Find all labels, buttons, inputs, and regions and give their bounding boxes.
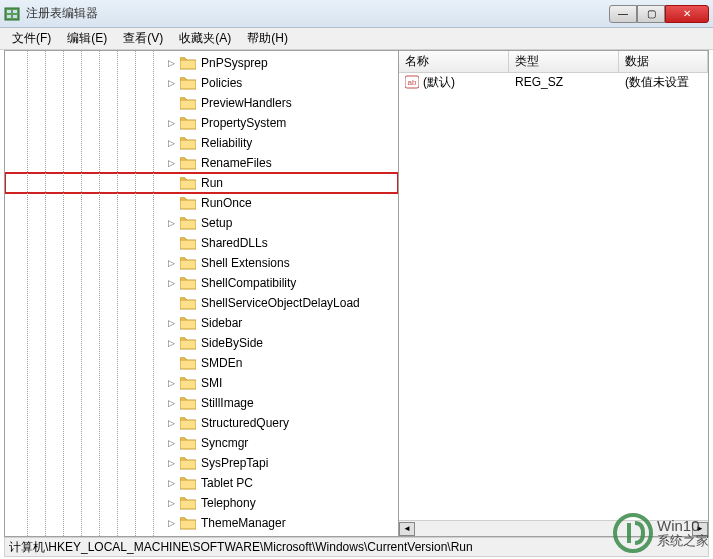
- folder-icon: [180, 296, 196, 310]
- svg-rect-2: [13, 10, 17, 13]
- expander-icon[interactable]: ▷: [165, 57, 177, 69]
- tree-item[interactable]: ▷StructuredQuery: [5, 413, 398, 433]
- folder-icon: [180, 496, 196, 510]
- tree-item[interactable]: Run: [5, 173, 398, 193]
- tree-item-label: StillImage: [199, 396, 256, 410]
- tree-item[interactable]: ▷Policies: [5, 73, 398, 93]
- tree-item[interactable]: PreviewHandlers: [5, 93, 398, 113]
- tree-item[interactable]: ▷Shell Extensions: [5, 253, 398, 273]
- expander-icon[interactable]: ▷: [165, 117, 177, 129]
- tree-item[interactable]: ShellServiceObjectDelayLoad: [5, 293, 398, 313]
- folder-icon: [180, 176, 196, 190]
- expander-icon[interactable]: ▷: [165, 397, 177, 409]
- expander-icon[interactable]: ▷: [165, 317, 177, 329]
- tree-item[interactable]: ▷PnPSysprep: [5, 53, 398, 73]
- expander-icon[interactable]: ▷: [165, 437, 177, 449]
- tree-pane[interactable]: ▷PnPSysprep▷PoliciesPreviewHandlers▷Prop…: [5, 51, 399, 536]
- tree-item-label: PnPSysprep: [199, 56, 270, 70]
- tree-item[interactable]: ▷SMI: [5, 373, 398, 393]
- menu-view[interactable]: 查看(V): [115, 28, 171, 49]
- tree-item[interactable]: ▷StillImage: [5, 393, 398, 413]
- tree-item[interactable]: ▷Setup: [5, 213, 398, 233]
- horizontal-scrollbar[interactable]: ◄ ►: [399, 520, 708, 536]
- folder-icon: [180, 376, 196, 390]
- folder-icon: [180, 316, 196, 330]
- tree-item[interactable]: ▷Reliability: [5, 133, 398, 153]
- tree-item-label: SMDEn: [199, 356, 244, 370]
- svg-rect-1: [7, 10, 11, 13]
- tree-item[interactable]: ▷SysPrepTapi: [5, 453, 398, 473]
- folder-icon: [180, 396, 196, 410]
- expander-icon[interactable]: ▷: [165, 377, 177, 389]
- expander-icon[interactable]: ▷: [165, 137, 177, 149]
- svg-text:ab: ab: [408, 78, 417, 87]
- expander-icon[interactable]: ▷: [165, 217, 177, 229]
- close-button[interactable]: ✕: [665, 5, 709, 23]
- folder-icon: [180, 336, 196, 350]
- value-list[interactable]: ab(默认)REG_SZ(数值未设置: [399, 73, 708, 520]
- menu-favorites[interactable]: 收藏夹(A): [171, 28, 239, 49]
- tree-item[interactable]: ▷RenameFiles: [5, 153, 398, 173]
- tree-item-label: ShellCompatibility: [199, 276, 298, 290]
- tree-item[interactable]: ▷Syncmgr: [5, 433, 398, 453]
- tree-item[interactable]: ▷Tablet PC: [5, 473, 398, 493]
- menu-help[interactable]: 帮助(H): [239, 28, 296, 49]
- minimize-button[interactable]: —: [609, 5, 637, 23]
- expander-icon[interactable]: ▷: [165, 277, 177, 289]
- column-data[interactable]: 数据: [619, 51, 708, 72]
- tree-item-label: Setup: [199, 216, 234, 230]
- list-header: 名称 类型 数据: [399, 51, 708, 73]
- folder-icon: [180, 136, 196, 150]
- folder-icon: [180, 276, 196, 290]
- tree-item-label: RunOnce: [199, 196, 254, 210]
- tree-item-label: Sidebar: [199, 316, 244, 330]
- expander-icon[interactable]: ▷: [165, 337, 177, 349]
- expander-icon[interactable]: ▷: [165, 477, 177, 489]
- tree-item[interactable]: ▷ThemeManager: [5, 513, 398, 533]
- value-row[interactable]: ab(默认)REG_SZ(数值未设置: [399, 73, 708, 91]
- tree-item[interactable]: ▷ShellCompatibility: [5, 273, 398, 293]
- column-name[interactable]: 名称: [399, 51, 509, 72]
- expander-icon[interactable]: ▷: [165, 457, 177, 469]
- tree-item-label: SMI: [199, 376, 224, 390]
- folder-icon: [180, 256, 196, 270]
- expander-icon[interactable]: ▷: [165, 417, 177, 429]
- expander-icon[interactable]: ▷: [165, 497, 177, 509]
- string-value-icon: ab: [405, 75, 419, 89]
- tree-item-label: Policies: [199, 76, 244, 90]
- menu-file[interactable]: 文件(F): [4, 28, 59, 49]
- expander-icon[interactable]: ▷: [165, 77, 177, 89]
- tree-item-label: ShellServiceObjectDelayLoad: [199, 296, 362, 310]
- tree-item-label: PropertySystem: [199, 116, 288, 130]
- tree-item-label: Telephony: [199, 496, 258, 510]
- tree-item-label: PreviewHandlers: [199, 96, 294, 110]
- tree-item[interactable]: RunOnce: [5, 193, 398, 213]
- tree-item-label: ThemeManager: [199, 516, 288, 530]
- expander-icon[interactable]: ▷: [165, 157, 177, 169]
- expander-icon[interactable]: ▷: [165, 517, 177, 529]
- tree-item[interactable]: ▷Sidebar: [5, 313, 398, 333]
- maximize-button[interactable]: ▢: [637, 5, 665, 23]
- tree-item-label: StructuredQuery: [199, 416, 291, 430]
- registry-tree: ▷PnPSysprep▷PoliciesPreviewHandlers▷Prop…: [5, 51, 398, 535]
- expander-icon[interactable]: ▷: [165, 257, 177, 269]
- tree-item[interactable]: ▷PropertySystem: [5, 113, 398, 133]
- status-path: 计算机\HKEY_LOCAL_MACHINE\SOFTWARE\Microsof…: [9, 539, 473, 556]
- svg-rect-4: [13, 15, 17, 18]
- window-controls: — ▢ ✕: [609, 5, 709, 23]
- scroll-track[interactable]: [415, 522, 692, 536]
- tree-item[interactable]: SharedDLLs: [5, 233, 398, 253]
- tree-item-label: SideBySide: [199, 336, 265, 350]
- tree-item[interactable]: ▷SideBySide: [5, 333, 398, 353]
- tree-item[interactable]: ▷Telephony: [5, 493, 398, 513]
- value-data: (数值未设置: [619, 73, 708, 92]
- folder-icon: [180, 416, 196, 430]
- window-title: 注册表编辑器: [26, 5, 609, 22]
- statusbar: 计算机\HKEY_LOCAL_MACHINE\SOFTWARE\Microsof…: [4, 537, 709, 557]
- column-type[interactable]: 类型: [509, 51, 619, 72]
- menu-edit[interactable]: 编辑(E): [59, 28, 115, 49]
- scroll-right-button[interactable]: ►: [692, 522, 708, 536]
- svg-rect-0: [5, 8, 19, 20]
- tree-item[interactable]: SMDEn: [5, 353, 398, 373]
- scroll-left-button[interactable]: ◄: [399, 522, 415, 536]
